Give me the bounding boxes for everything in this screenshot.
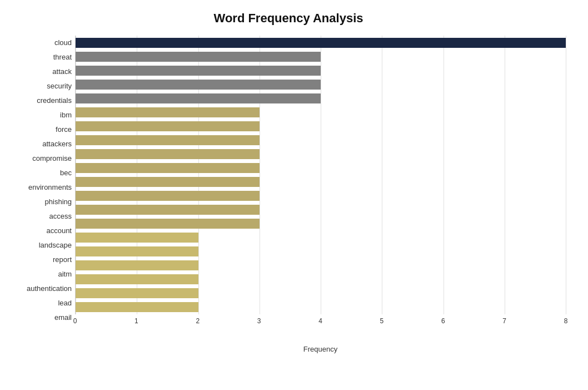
chart-title: Word Frequency Analysis xyxy=(11,11,566,26)
y-axis: cloudthreatattacksecuritycredentialsibmf… xyxy=(11,36,75,342)
bar-row xyxy=(76,78,566,91)
grid-line xyxy=(382,36,382,314)
grid-lines xyxy=(76,36,566,314)
bar-row xyxy=(76,273,566,285)
bar xyxy=(76,233,198,243)
bar xyxy=(76,205,260,215)
bar-row xyxy=(76,259,566,271)
x-tick: 3 xyxy=(257,317,261,325)
x-tick: 8 xyxy=(564,317,568,325)
y-label: access xyxy=(49,209,72,223)
bar xyxy=(76,52,321,62)
bar xyxy=(76,66,321,76)
x-tick: 6 xyxy=(441,317,445,325)
bars-wrapper xyxy=(75,36,566,314)
bar-row xyxy=(76,204,566,216)
bar xyxy=(76,149,260,159)
bar-row xyxy=(76,245,566,258)
x-tick: 1 xyxy=(134,317,138,325)
y-label: ibm xyxy=(60,108,72,122)
bar xyxy=(76,163,260,173)
grid-line xyxy=(505,36,505,314)
bar-row xyxy=(76,65,566,77)
grid-line xyxy=(198,36,199,314)
bar xyxy=(76,80,321,90)
x-axis: 012345678 xyxy=(75,314,566,332)
grid-line xyxy=(444,36,444,314)
x-axis-wrapper: 012345678 Frequency xyxy=(75,314,566,342)
bar-row xyxy=(76,148,566,160)
y-label: force xyxy=(56,122,72,137)
bar xyxy=(76,288,198,298)
bar xyxy=(76,107,260,117)
grid-line xyxy=(76,36,76,314)
y-label: security xyxy=(47,79,72,93)
y-label: aitm xyxy=(58,266,72,281)
bar xyxy=(76,177,260,187)
y-label: account xyxy=(46,223,72,238)
y-label: bec xyxy=(60,166,72,180)
bar xyxy=(76,38,566,48)
bar-row xyxy=(76,134,566,146)
bar xyxy=(76,260,198,270)
y-label: threat xyxy=(53,50,72,65)
bar-row xyxy=(76,176,566,188)
x-axis-label: Frequency xyxy=(75,345,566,353)
chart-area: cloudthreatattacksecuritycredentialsibmf… xyxy=(11,36,566,342)
bar xyxy=(76,302,198,312)
y-label: landscape xyxy=(39,238,72,252)
bar-row xyxy=(76,92,566,105)
y-label: cloud xyxy=(54,36,72,50)
y-label: report xyxy=(53,252,72,266)
y-label: attackers xyxy=(42,137,72,151)
grid-line xyxy=(137,36,137,314)
bar-row xyxy=(76,106,566,119)
grid-line xyxy=(260,36,260,314)
grid-line xyxy=(321,36,321,314)
bar xyxy=(76,93,321,103)
grid-line xyxy=(566,36,566,314)
y-label: email xyxy=(54,310,72,324)
x-tick: 7 xyxy=(502,317,506,325)
bar-row xyxy=(76,120,566,132)
chart-container: Word Frequency Analysis cloudthreatattac… xyxy=(0,0,588,390)
bar-row xyxy=(76,301,566,313)
bar-row xyxy=(76,231,566,244)
bar xyxy=(76,191,260,201)
bar-row xyxy=(76,37,566,49)
bar xyxy=(76,274,198,284)
bar-row xyxy=(76,162,566,174)
y-label: compromise xyxy=(32,151,72,166)
y-label: phishing xyxy=(45,194,72,209)
bar-row xyxy=(76,190,566,202)
bar xyxy=(76,246,198,256)
y-label: attack xyxy=(52,65,72,79)
x-tick: 0 xyxy=(73,317,77,325)
bar xyxy=(76,121,260,131)
bar xyxy=(76,135,260,145)
bar-row xyxy=(76,218,566,230)
y-label: environments xyxy=(28,180,72,195)
x-tick: 2 xyxy=(196,317,200,325)
y-label: lead xyxy=(58,295,72,310)
y-label: authentication xyxy=(27,281,72,295)
y-label: credentials xyxy=(37,93,72,108)
bar-row xyxy=(76,51,566,63)
bar xyxy=(76,219,260,229)
bar-row xyxy=(76,287,566,299)
x-tick: 5 xyxy=(380,317,384,325)
x-tick: 4 xyxy=(318,317,322,325)
plot-area: 012345678 Frequency xyxy=(75,36,566,342)
